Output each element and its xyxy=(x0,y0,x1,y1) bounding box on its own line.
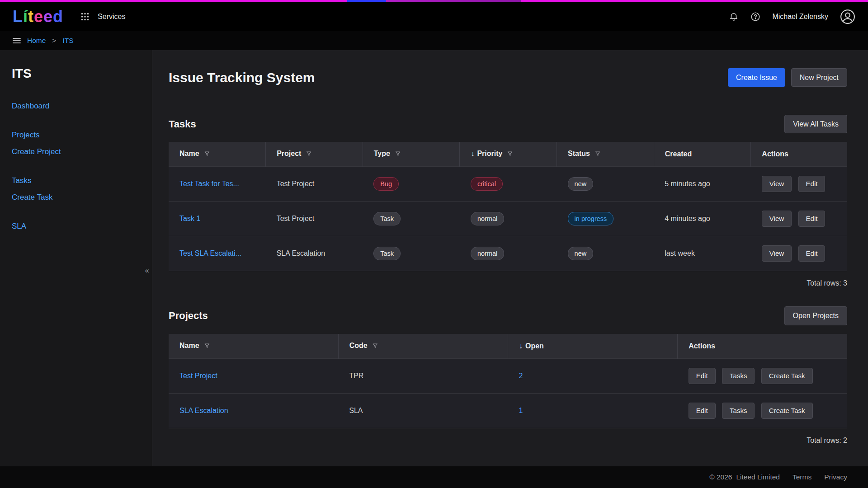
logo[interactable]: Líteed xyxy=(13,9,63,25)
task-row: Test SLA Escalati... SLA Escalation Task… xyxy=(169,236,847,271)
status-badge: new xyxy=(568,247,594,260)
sidebar-item-dashboard[interactable]: Dashboard xyxy=(12,102,144,111)
task-name-link[interactable]: Test Task for Tes... xyxy=(179,180,239,188)
priority-badge: normal xyxy=(471,247,504,260)
task-name-link[interactable]: Task 1 xyxy=(179,215,200,222)
sidebar-item-create-project[interactable]: Create Project xyxy=(12,147,144,156)
tasks-section: Tasks View All Tasks Name Project Type ↓… xyxy=(169,115,847,287)
create-task-button[interactable]: Create Task xyxy=(761,403,813,419)
column-header-name: Name xyxy=(169,142,266,167)
app-header: Líteed Services Michael Zelensky xyxy=(0,2,868,31)
open-count-link[interactable]: 1 xyxy=(519,407,523,414)
projects-section-title: Projects xyxy=(169,310,208,322)
edit-button[interactable]: Edit xyxy=(689,403,716,419)
sidebar-item-projects[interactable]: Projects xyxy=(12,131,144,140)
edit-button[interactable]: Edit xyxy=(689,368,716,384)
tasks-table: Name Project Type ↓Priority Status Creat… xyxy=(169,142,847,271)
column-header-open[interactable]: ↓Open xyxy=(508,334,678,359)
new-project-button[interactable]: New Project xyxy=(791,68,847,87)
filter-icon[interactable] xyxy=(204,150,210,158)
project-row: Test Project TPR 2 Edit Tasks Create Tas… xyxy=(169,358,847,393)
filter-icon[interactable] xyxy=(372,343,378,350)
footer-copyright: © 2026 xyxy=(709,473,732,481)
type-badge: Task xyxy=(373,212,401,225)
view-button[interactable]: View xyxy=(762,176,792,192)
sidebar-item-create-task[interactable]: Create Task xyxy=(12,193,144,202)
breadcrumb-home-link[interactable]: Home xyxy=(27,37,46,45)
user-name[interactable]: Michael Zelensky xyxy=(772,13,828,21)
project-code-cell: SLA xyxy=(338,393,508,428)
task-project-cell: Test Project xyxy=(266,167,363,202)
task-project-cell: SLA Escalation xyxy=(266,236,363,271)
column-header-code: Code xyxy=(338,334,508,359)
column-header-actions: Actions xyxy=(678,334,847,359)
tasks-total-rows: Total rows: 3 xyxy=(169,279,847,287)
view-button[interactable]: View xyxy=(762,245,792,262)
priority-badge: critical xyxy=(471,177,503,191)
task-created-cell: 4 minutes ago xyxy=(654,202,751,236)
task-name-link[interactable]: Test SLA Escalati... xyxy=(179,249,241,257)
column-header-project: Project xyxy=(266,142,363,167)
sidebar-collapse-handle[interactable]: « xyxy=(145,267,149,274)
sidebar-title: ITS xyxy=(12,66,144,81)
create-task-button[interactable]: Create Task xyxy=(761,368,813,384)
apps-grid-icon[interactable] xyxy=(80,12,90,21)
services-menu[interactable]: Services xyxy=(98,13,125,21)
task-row: Task 1 Test Project Task normal in progr… xyxy=(169,202,847,236)
sidebar-item-tasks[interactable]: Tasks xyxy=(12,176,144,185)
projects-table: Name Code ↓Open Actions Test Project TPR… xyxy=(169,334,847,428)
notifications-bell-icon[interactable] xyxy=(729,12,739,22)
status-badge: in progress xyxy=(568,212,614,225)
sidebar: ITS Dashboard Projects Create Project Ta… xyxy=(0,50,152,466)
project-code-cell: TPR xyxy=(338,358,508,393)
column-header-type: Type xyxy=(363,142,460,167)
main-content: Issue Tracking System Create Issue New P… xyxy=(152,50,868,466)
avatar[interactable] xyxy=(840,9,855,24)
column-header-priority[interactable]: ↓Priority xyxy=(460,142,557,167)
open-projects-button[interactable]: Open Projects xyxy=(784,306,847,325)
create-issue-button[interactable]: Create Issue xyxy=(728,68,785,87)
tasks-section-title: Tasks xyxy=(169,118,196,130)
breadcrumb-separator: > xyxy=(52,37,56,45)
task-created-cell: 5 minutes ago xyxy=(654,167,751,202)
filter-icon[interactable] xyxy=(594,150,601,158)
edit-button[interactable]: Edit xyxy=(798,245,826,262)
task-row: Test Task for Tes... Test Project Bug cr… xyxy=(169,167,847,202)
column-header-actions: Actions xyxy=(751,142,847,167)
breadcrumb-current-link[interactable]: ITS xyxy=(62,37,73,45)
breadcrumb: Home > ITS xyxy=(0,31,868,50)
type-badge: Bug xyxy=(373,177,399,191)
sidebar-item-sla[interactable]: SLA xyxy=(12,222,144,231)
footer-terms-link[interactable]: Terms xyxy=(793,473,811,481)
footer-privacy-link[interactable]: Privacy xyxy=(824,473,847,481)
sort-desc-icon: ↓ xyxy=(471,150,474,157)
project-row: SLA Escalation SLA 1 Edit Tasks Create T… xyxy=(169,393,847,428)
task-project-cell: Test Project xyxy=(266,202,363,236)
project-name-link[interactable]: Test Project xyxy=(179,372,217,380)
menu-hamburger-icon[interactable] xyxy=(13,38,21,44)
project-name-link[interactable]: SLA Escalation xyxy=(179,407,228,414)
filter-icon[interactable] xyxy=(306,150,312,158)
view-button[interactable]: View xyxy=(762,211,792,227)
projects-section: Projects Open Projects Name Code ↓Open A… xyxy=(169,306,847,444)
tasks-button[interactable]: Tasks xyxy=(722,403,755,419)
open-count-link[interactable]: 2 xyxy=(519,372,523,380)
column-header-name: Name xyxy=(169,334,338,359)
filter-icon[interactable] xyxy=(395,150,401,158)
status-badge: new xyxy=(568,177,594,191)
help-icon[interactable] xyxy=(750,12,760,22)
edit-button[interactable]: Edit xyxy=(798,176,826,192)
filter-icon[interactable] xyxy=(204,343,210,350)
footer: © 2026 Liteed Limited Terms Privacy xyxy=(0,466,868,488)
sort-desc-icon: ↓ xyxy=(519,342,523,350)
view-all-tasks-button[interactable]: View All Tasks xyxy=(784,115,847,133)
tasks-button[interactable]: Tasks xyxy=(722,368,755,384)
footer-company: Liteed Limited xyxy=(736,473,780,481)
page-title: Issue Tracking System xyxy=(169,70,315,85)
column-header-status: Status xyxy=(557,142,654,167)
column-header-created: Created xyxy=(654,142,751,167)
priority-badge: normal xyxy=(471,212,504,225)
filter-icon[interactable] xyxy=(507,150,513,158)
edit-button[interactable]: Edit xyxy=(798,211,826,227)
type-badge: Task xyxy=(373,247,401,260)
